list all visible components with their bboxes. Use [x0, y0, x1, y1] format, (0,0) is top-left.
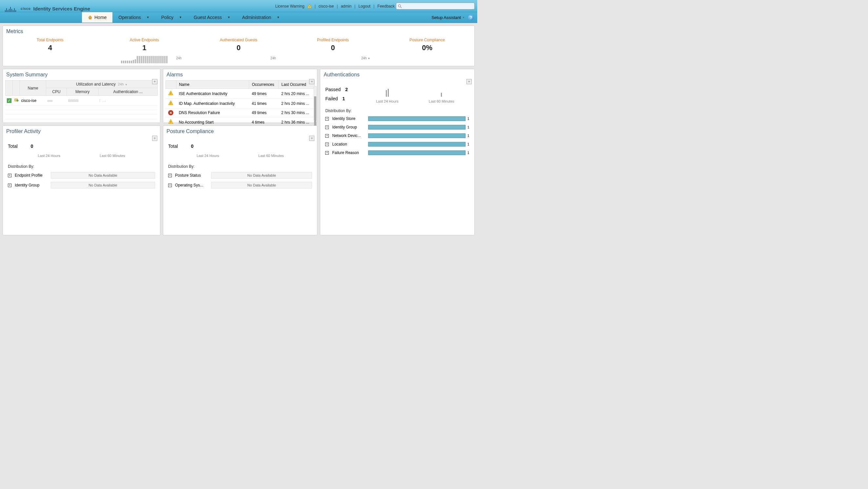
feedback-link[interactable]: Feedback — [377, 4, 395, 8]
alarm-last: 2 hrs 30 mins ... — [279, 109, 315, 117]
last60-label: Last 60 Minutes — [429, 99, 454, 103]
memory-sparkline — [68, 99, 79, 102]
dist-name: Identity Group — [332, 125, 365, 129]
expand-button[interactable]: + — [325, 117, 329, 121]
col-cpu: CPU — [46, 88, 67, 96]
add-button[interactable]: + — [466, 79, 472, 84]
time-label: 24h — [271, 56, 276, 60]
metric-value: 0% — [380, 43, 474, 52]
svg-text:!: ! — [170, 120, 172, 124]
scrollbar[interactable] — [314, 86, 317, 120]
dist-name: Posture Status — [175, 173, 208, 178]
setup-assistant-label: Setup Assistant — [431, 15, 461, 20]
no-data-bar: No Data Available — [51, 182, 155, 188]
metric-value: 1 — [97, 43, 192, 52]
alarm-last: 2 hrs 20 mins ... — [279, 99, 315, 109]
home-icon — [88, 15, 92, 20]
col-utilization[interactable]: Utilization and Latency 24h ▼ — [46, 81, 158, 88]
expand-button[interactable]: + — [8, 174, 11, 177]
dist-bar — [368, 133, 465, 138]
dist-bar — [368, 142, 465, 147]
total-label: Total — [8, 144, 18, 149]
distribution-row: +Posture StatusNo Data Available — [168, 172, 312, 179]
time-label[interactable]: 24h ▼ — [361, 56, 370, 60]
nav-guest-access[interactable]: Guest Access ▼ — [188, 12, 236, 23]
metric-active-endpoints: Active Endpoints 1 24h — [97, 38, 192, 63]
brand-text: cisco — [21, 7, 31, 10]
time-label: 24h — [176, 56, 182, 60]
nav-administration-label: Administration — [242, 15, 271, 20]
dist-bar — [368, 150, 465, 155]
sparkline-24h — [386, 87, 389, 97]
distribution-label: Distribution By: — [168, 164, 312, 169]
nav-policy[interactable]: Policy ▼ — [155, 12, 188, 23]
distribution-row: +Network Devic...1 — [325, 133, 469, 138]
distribution-row: +Identity Group1 — [325, 125, 469, 129]
logo-area: cisco Identity Services Engine — [5, 5, 90, 12]
expand-button[interactable]: + — [325, 134, 329, 137]
warning-icon: ! — [168, 90, 174, 96]
last60-label: Last 60 Minutes — [258, 154, 284, 158]
hostname-link[interactable]: cisco-ise — [319, 4, 334, 8]
license-warning-link[interactable]: License Warning — [275, 4, 305, 8]
metric-label: Total Endpoints — [3, 38, 97, 42]
dist-bar — [368, 116, 465, 121]
panel-title: Authentications — [323, 72, 359, 78]
alarm-row[interactable]: !ID Map. Authentication Inactivity41 tim… — [165, 99, 315, 109]
table-row[interactable]: ✓ cisco-ise — [6, 96, 158, 105]
distribution-row: +Identity Store1 — [325, 116, 469, 121]
dropdown-arrow-icon: ▼ — [176, 16, 182, 19]
alarm-occurrences: 41 times — [249, 99, 279, 109]
total-value: 0 — [31, 144, 33, 149]
alarm-last: 2 hrs 20 mins ... — [279, 89, 315, 99]
alarm-name: ISE Authentication Inactivity — [176, 89, 249, 99]
user-link[interactable]: admin — [341, 4, 352, 8]
nav-home[interactable]: Home — [82, 12, 113, 23]
expand-button[interactable]: + — [325, 143, 329, 146]
expand-button[interactable]: + — [168, 174, 172, 177]
passed-value: 2 — [345, 87, 348, 92]
col-name[interactable]: Name — [176, 81, 249, 89]
cisco-logo-icon — [5, 5, 16, 12]
help-icon[interactable]: ? — [468, 15, 474, 21]
expand-button[interactable]: + — [8, 184, 11, 187]
col-memory: Memory — [67, 88, 98, 96]
distribution-label: Distribution By: — [8, 164, 155, 169]
dist-name: Network Devic... — [332, 133, 365, 138]
add-button[interactable]: + — [309, 79, 314, 84]
no-data-bar: No Data Available — [51, 172, 155, 179]
metric-value: 0 — [191, 43, 286, 52]
passed-label: Passed — [325, 87, 341, 92]
dist-value: 1 — [467, 142, 469, 146]
col-occurrences[interactable]: Occurrences — [249, 81, 279, 89]
setup-assistant-link[interactable]: Setup Assistant ▼ ? — [431, 12, 474, 23]
nav-administration[interactable]: Administration ▼ — [236, 12, 286, 23]
nav-operations[interactable]: Operations ▼ — [113, 12, 155, 23]
logout-link[interactable]: Logout — [358, 4, 370, 8]
alarm-row[interactable]: !ISE Authentication Inactivity49 times2 … — [165, 89, 315, 99]
metric-label: Posture Compliance — [380, 38, 474, 42]
no-data-bar: No Data Available — [211, 182, 312, 188]
failed-value: 1 — [343, 96, 345, 101]
last24-label: Last 24 Hours — [38, 154, 60, 158]
top-links: License Warning ! | cisco-ise | admin | … — [275, 3, 475, 9]
alarm-name: ID Map. Authentication Inactivity — [176, 99, 249, 109]
warning-icon: ! — [168, 119, 174, 124]
svg-text:!: ! — [170, 92, 172, 95]
alarm-row[interactable]: ✕DNS Resolution Failure49 times2 hrs 30 … — [165, 109, 315, 117]
expand-button[interactable]: + — [168, 184, 172, 187]
expand-button[interactable]: + — [325, 125, 329, 129]
metric-value: 0 — [286, 43, 380, 52]
add-button[interactable]: + — [309, 136, 314, 141]
auth-sparkline — [100, 99, 105, 102]
search-input[interactable] — [396, 3, 475, 9]
add-button[interactable]: + — [152, 79, 157, 84]
metrics-title: Metrics — [3, 26, 474, 36]
metric-total-endpoints: Total Endpoints 4 — [3, 38, 97, 63]
col-name: Name — [20, 81, 46, 96]
svg-point-4 — [17, 100, 18, 101]
add-button[interactable]: + — [152, 136, 157, 141]
expand-button[interactable]: + — [325, 151, 329, 155]
dropdown-arrow-icon: ▼ — [274, 16, 280, 19]
panel-title: Alarms — [166, 72, 183, 78]
